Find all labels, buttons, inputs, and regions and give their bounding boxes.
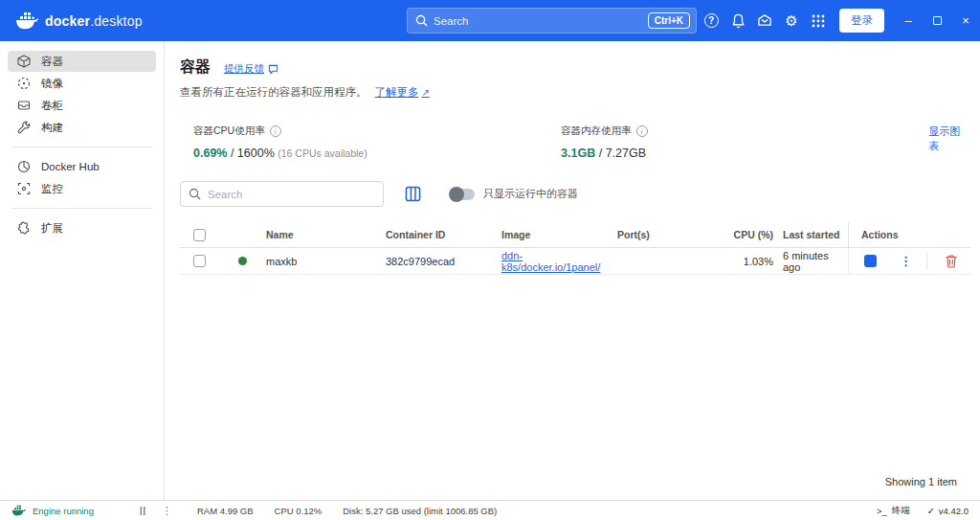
cpu-usage-denominator: / 1600% <box>227 147 274 160</box>
col-ports[interactable]: Port(s) <box>617 229 716 240</box>
extensions-puzzle-icon <box>17 221 31 235</box>
titlebar: docker.desktop Search Ctrl+K ? ⚙ 登录 – × <box>0 0 980 41</box>
cpu-usage: CPU 0.12% <box>275 506 323 516</box>
memory-usage-denominator: / 7.27GB <box>595 147 646 160</box>
volumes-icon <box>17 99 31 112</box>
resource-stats: 容器CPU使用率 i 0.69% / 1600% (16 CPUs availa… <box>180 124 967 160</box>
sidebar-item-images[interactable]: 镜像 <box>8 73 156 94</box>
check-icon: ✓ <box>927 506 935 516</box>
engine-menu-button[interactable]: ⋮ <box>162 505 172 517</box>
col-last-started[interactable]: Last started <box>773 229 848 240</box>
sidebar-item-label: Docker Hub <box>41 161 100 172</box>
external-link-icon: ↗ <box>422 87 430 98</box>
info-icon[interactable]: i <box>270 125 281 137</box>
delete-button[interactable] <box>945 254 958 268</box>
monitoring-icon <box>17 182 31 195</box>
select-all-checkbox[interactable] <box>193 229 206 241</box>
row-menu-button[interactable]: ⋮ <box>900 254 909 268</box>
container-last-started: 6 minutes ago <box>773 250 848 273</box>
running-status-dot <box>238 257 247 265</box>
col-name[interactable]: Name <box>266 229 386 240</box>
sidebar-item-label: 扩展 <box>41 221 63 236</box>
images-icon <box>17 77 31 90</box>
memory-usage-label: 容器内存使用率 <box>561 124 632 138</box>
sidebar-item-monitoring[interactable]: 监控 <box>8 178 156 199</box>
memory-usage-value: 3.1GB <box>561 147 595 160</box>
sidebar-item-label: 容器 <box>41 55 63 69</box>
maximize-button[interactable] <box>923 0 951 41</box>
row-actions: ⋮ <box>848 248 967 274</box>
settings-button[interactable]: ⚙ <box>778 8 805 34</box>
disk-usage: Disk: 5.27 GB used (limit 1006.85 GB) <box>343 506 497 516</box>
toggle-switch[interactable] <box>450 189 475 200</box>
cpu-usage-label: 容器CPU使用率 <box>193 124 265 138</box>
learn-more-link[interactable]: 了解更多 ↗ <box>375 85 430 100</box>
sidebar-divider <box>11 147 152 147</box>
col-cpu[interactable]: CPU (%) <box>716 229 773 240</box>
feedback-bubble-icon <box>268 64 278 75</box>
engine-status[interactable]: Engine running <box>33 506 94 516</box>
app-title: docker.desktop <box>45 13 143 29</box>
running-only-toggle-label: 只显示运行中的容器 <box>483 187 578 201</box>
image-link[interactable]: ddn-k8s/docker.io/1panel/ <box>501 250 617 273</box>
terminal-button[interactable]: >_ 终端 <box>877 505 910 517</box>
sidebar-item-label: 构建 <box>41 121 63 135</box>
grid-icon <box>812 14 825 28</box>
columns-icon <box>405 186 421 202</box>
container-search-input[interactable] <box>208 189 361 200</box>
col-actions: Actions <box>848 222 967 247</box>
sidebar-item-volumes[interactable]: 卷柜 <box>8 95 156 116</box>
container-name[interactable]: maxkb <box>266 256 386 267</box>
cpu-available-note: (16 CPUs available) <box>278 147 367 159</box>
version-status[interactable]: ✓ v4.42.0 <box>927 506 969 516</box>
sidebar-item-label: 卷柜 <box>41 99 63 113</box>
memory-usage-stat: 容器内存使用率 i 3.1GB / 7.27GB <box>561 124 928 160</box>
cpu-usage-stat: 容器CPU使用率 i 0.69% / 1600% (16 CPUs availa… <box>193 124 561 160</box>
containers-table: Name Container ID Image Port(s) CPU (%) … <box>180 222 970 275</box>
feedback-link[interactable]: 提供反馈 <box>224 62 278 76</box>
items-count: Showing 1 item <box>885 476 957 487</box>
table-header-row: Name Container ID Image Port(s) CPU (%) … <box>180 222 970 248</box>
apps-grid-button[interactable] <box>805 8 832 34</box>
sidebar: 容器 镜像 卷柜 构建 Docker Hub 监控 扩展 <box>0 41 165 500</box>
updates-button[interactable] <box>751 8 778 34</box>
pause-engine-button[interactable]: || <box>140 506 146 515</box>
trash-icon <box>945 254 958 268</box>
notifications-button[interactable] <box>724 8 751 34</box>
table-row[interactable]: maxkb 382c9799ecad ddn-k8s/docker.io/1pa… <box>180 248 970 275</box>
sidebar-item-builds[interactable]: 构建 <box>8 117 156 138</box>
container-search-box[interactable] <box>180 181 384 207</box>
col-container-id[interactable]: Container ID <box>386 229 501 240</box>
sidebar-item-label: 监控 <box>41 182 63 196</box>
terminal-icon: >_ <box>877 506 887 516</box>
bell-icon <box>731 13 746 29</box>
status-bar: Engine running || ⋮ RAM 4.99 GB CPU 0.12… <box>0 500 980 520</box>
container-id: 382c9799ecad <box>386 256 501 267</box>
sidebar-item-label: 镜像 <box>41 77 63 91</box>
column-settings-button[interactable] <box>405 186 421 202</box>
signin-button[interactable]: 登录 <box>839 9 884 33</box>
cpu-usage-value: 0.69% <box>193 147 227 160</box>
stop-button[interactable] <box>864 255 877 267</box>
info-icon[interactable]: i <box>636 125 648 137</box>
row-checkbox[interactable] <box>193 255 206 267</box>
close-button[interactable]: × <box>951 0 980 41</box>
container-cpu: 1.03% <box>716 256 773 267</box>
filter-bar: 只显示运行中的容器 <box>180 181 967 207</box>
sidebar-item-extensions[interactable]: 扩展 <box>8 217 156 238</box>
minimize-button[interactable]: – <box>894 0 923 41</box>
global-search[interactable]: Search Ctrl+K <box>407 8 697 34</box>
gear-icon: ⚙ <box>785 13 797 28</box>
running-only-toggle[interactable]: 只显示运行中的容器 <box>450 187 578 201</box>
sidebar-item-docker-hub[interactable]: Docker Hub <box>8 156 156 177</box>
containers-cube-icon <box>17 55 31 68</box>
help-icon: ? <box>704 13 719 28</box>
main-content: 容器 提供反馈 查看所有正在运行的容器和应用程序。 了解更多 ↗ 容器CPU使用… <box>165 41 980 500</box>
page-description: 查看所有正在运行的容器和应用程序。 <box>180 85 368 100</box>
show-charts-link[interactable]: 显示图表 <box>928 124 967 153</box>
sidebar-item-containers[interactable]: 容器 <box>8 51 156 72</box>
search-icon <box>415 14 428 27</box>
search-icon <box>189 188 201 200</box>
col-image[interactable]: Image <box>501 229 617 240</box>
help-button[interactable]: ? <box>698 8 724 34</box>
